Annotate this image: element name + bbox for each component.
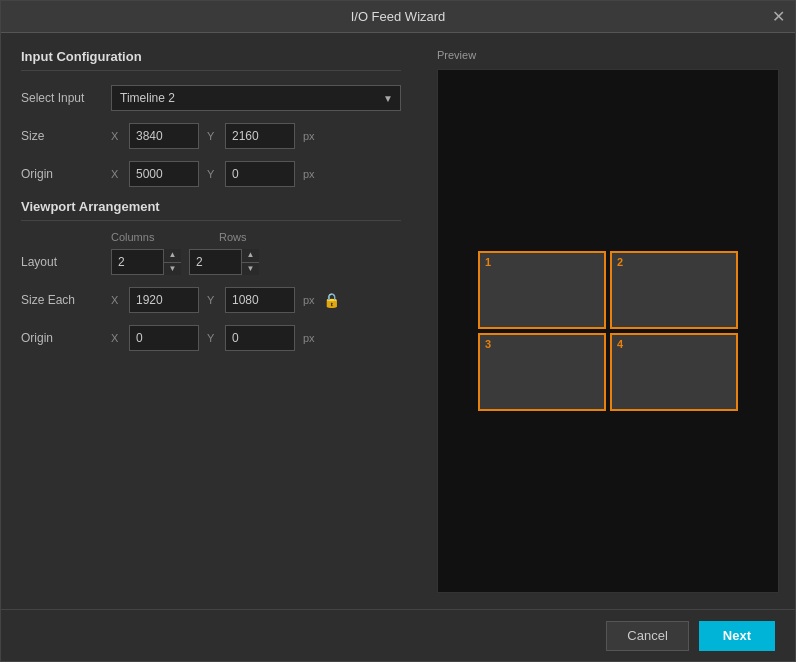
size-each-row: Size Each X Y px 🔒 — [21, 287, 401, 313]
viewport-origin-y-axis: Y — [207, 332, 219, 344]
viewport-num-1: 1 — [485, 256, 491, 268]
size-each-y-group: Y — [207, 287, 295, 313]
columns-spinner: ▲ ▼ — [111, 249, 181, 275]
size-x-input[interactable] — [129, 123, 199, 149]
origin-y-axis-label: Y — [207, 168, 219, 180]
select-input-label: Select Input — [21, 91, 111, 105]
rows-up-button[interactable]: ▲ — [242, 249, 259, 263]
dialog: I/O Feed Wizard ✕ Input Configuration Se… — [0, 0, 796, 662]
size-each-y-input[interactable] — [225, 287, 295, 313]
size-x-axis-label: X — [111, 130, 123, 142]
left-panel: Input Configuration Select Input Timelin… — [1, 33, 421, 609]
rows-down-button[interactable]: ▼ — [242, 263, 259, 276]
select-input-row: Select Input Timeline 2 Timeline 1 Timel… — [21, 85, 401, 111]
viewport-num-2: 2 — [617, 256, 623, 268]
preview-area: 1 2 3 4 — [437, 69, 779, 593]
columns-arrows: ▲ ▼ — [163, 249, 181, 275]
footer: Cancel Next — [1, 609, 795, 661]
origin-x-input[interactable] — [129, 161, 199, 187]
viewport-grid: 1 2 3 4 — [478, 251, 738, 411]
rows-arrows: ▲ ▼ — [241, 249, 259, 275]
cancel-button[interactable]: Cancel — [606, 621, 688, 651]
origin-label: Origin — [21, 167, 111, 181]
layout-row: Layout ▲ ▼ ▲ ▼ — [21, 249, 401, 275]
origin-x-group: X — [111, 161, 199, 187]
viewport-cell-2: 2 — [610, 251, 738, 329]
right-panel: Preview 1 2 3 4 — [421, 33, 795, 609]
viewport-origin-x-axis: X — [111, 332, 123, 344]
size-y-input[interactable] — [225, 123, 295, 149]
viewport-origin-y-input[interactable] — [225, 325, 295, 351]
size-each-controls: X Y px 🔒 — [111, 287, 401, 313]
origin-y-group: Y — [207, 161, 295, 187]
size-each-x-axis: X — [111, 294, 123, 306]
size-each-px-label: px — [303, 294, 315, 306]
size-x-group: X — [111, 123, 199, 149]
viewport-origin-y-group: Y — [207, 325, 295, 351]
size-each-label: Size Each — [21, 293, 111, 307]
viewport-origin-label: Origin — [21, 331, 111, 345]
viewport-origin-row: Origin X Y px — [21, 325, 401, 351]
viewport-cell-4: 4 — [610, 333, 738, 411]
col-row-header: Columns Rows — [111, 231, 401, 243]
viewport-num-4: 4 — [617, 338, 623, 350]
size-each-y-axis: Y — [207, 294, 219, 306]
close-button[interactable]: ✕ — [772, 9, 785, 25]
next-button[interactable]: Next — [699, 621, 775, 651]
origin-controls: X Y px — [111, 161, 401, 187]
origin-row: Origin X Y px — [21, 161, 401, 187]
lock-icon[interactable]: 🔒 — [323, 292, 340, 308]
select-input-wrapper: Timeline 2 Timeline 1 Timeline 3 ▼ — [111, 85, 401, 111]
layout-controls: ▲ ▼ ▲ ▼ — [111, 249, 401, 275]
viewport-origin-controls: X Y px — [111, 325, 401, 351]
viewport-cell-1: 1 — [478, 251, 606, 329]
viewport-cell-3: 3 — [478, 333, 606, 411]
viewport-origin-x-input[interactable] — [129, 325, 199, 351]
columns-header: Columns — [111, 231, 211, 243]
dialog-title: I/O Feed Wizard — [351, 9, 446, 24]
rows-spinner: ▲ ▼ — [189, 249, 259, 275]
preview-label: Preview — [437, 49, 779, 61]
content-area: Input Configuration Select Input Timelin… — [1, 33, 795, 609]
origin-px-label: px — [303, 168, 315, 180]
columns-down-button[interactable]: ▼ — [164, 263, 181, 276]
viewport-num-3: 3 — [485, 338, 491, 350]
title-bar: I/O Feed Wizard ✕ — [1, 1, 795, 33]
size-each-x-group: X — [111, 287, 199, 313]
size-controls: X Y px — [111, 123, 401, 149]
size-row: Size X Y px — [21, 123, 401, 149]
size-y-group: Y — [207, 123, 295, 149]
columns-up-button[interactable]: ▲ — [164, 249, 181, 263]
size-each-x-input[interactable] — [129, 287, 199, 313]
rows-header: Rows — [219, 231, 319, 243]
select-input[interactable]: Timeline 2 Timeline 1 Timeline 3 — [111, 85, 401, 111]
origin-y-input[interactable] — [225, 161, 295, 187]
layout-label: Layout — [21, 255, 111, 269]
size-y-axis-label: Y — [207, 130, 219, 142]
origin-x-axis-label: X — [111, 168, 123, 180]
size-label: Size — [21, 129, 111, 143]
viewport-origin-px-label: px — [303, 332, 315, 344]
input-config-title: Input Configuration — [21, 49, 401, 71]
viewport-origin-x-group: X — [111, 325, 199, 351]
viewport-section-title: Viewport Arrangement — [21, 199, 401, 221]
size-px-label: px — [303, 130, 315, 142]
